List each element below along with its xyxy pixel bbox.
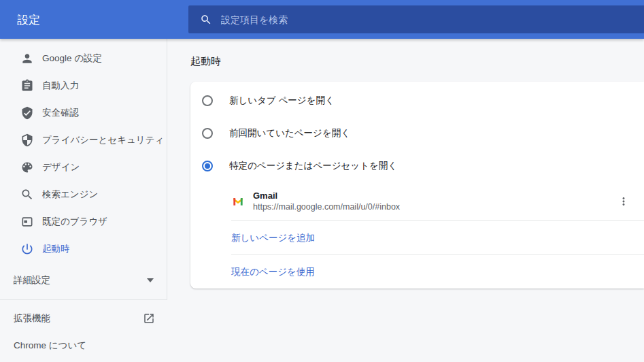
link-label: 現在のページを使用 (231, 266, 315, 278)
sidebar-footer: 拡張機能 Chrome について (0, 300, 167, 359)
power-icon (20, 242, 34, 256)
sidebar-item-on-startup[interactable]: 起動時 (0, 235, 167, 263)
sidebar-item-label: 拡張機能 (14, 312, 50, 325)
chrome-settings-page: 設定 Google の設定 自動入力 (0, 0, 644, 362)
kebab-icon (617, 195, 630, 208)
sidebar-item-google-settings[interactable]: Google の設定 (0, 45, 167, 72)
startup-page-info: Gmail https://mail.google.com/mail/u/0/#… (253, 190, 400, 213)
sidebar-item-advanced[interactable]: 詳細設定 (0, 267, 167, 294)
sidebar-item-label: 既定のブラウザ (42, 216, 107, 228)
option-continue-where-left-off[interactable]: 前回開いていたページを開く (190, 117, 644, 150)
sidebar-item-label: 検索エンジン (42, 188, 98, 201)
sidebar-item-extensions[interactable]: 拡張機能 (0, 305, 167, 332)
sidebar-item-autofill[interactable]: 自動入力 (0, 72, 167, 99)
search-icon (20, 188, 34, 201)
gmail-favicon (231, 195, 245, 208)
add-new-page-button[interactable]: 新しいページを追加 (190, 221, 644, 254)
chevron-down-icon (147, 278, 154, 282)
option-label: 前回開いていたページを開く (229, 127, 350, 139)
sidebar-item-privacy[interactable]: プライバシーとセキュリティ (0, 127, 167, 154)
sidebar-item-label: プライバシーとセキュリティ (42, 134, 164, 146)
option-label: 新しいタブ ページを開く (229, 95, 335, 107)
sidebar-nav: Google の設定 自動入力 安全確認 プライバシーとセキュリティ (0, 39, 167, 300)
settings-search-box (188, 5, 644, 33)
sidebar-item-search-engine[interactable]: 検索エンジン (0, 181, 167, 208)
sidebar-item-default-browser[interactable]: 既定のブラウザ (0, 208, 167, 235)
search-input[interactable] (221, 14, 532, 25)
link-label: 新しいページを追加 (231, 232, 315, 244)
header: 設定 (0, 0, 644, 39)
startup-page-url: https://mail.google.com/mail/u/0/#inbox (253, 201, 400, 213)
option-open-new-tab-page[interactable]: 新しいタブ ページを開く (190, 84, 644, 117)
startup-page-row: Gmail https://mail.google.com/mail/u/0/#… (190, 182, 644, 220)
option-label: 特定のページまたはページセットを開く (229, 160, 397, 172)
sidebar-item-about-chrome[interactable]: Chrome について (0, 332, 167, 359)
open-in-new-icon (143, 312, 155, 325)
search-icon (200, 14, 212, 26)
sidebar-item-label: 起動時 (42, 243, 70, 255)
startup-page-title: Gmail (253, 190, 400, 201)
sidebar-item-label: 自動入力 (42, 80, 79, 92)
section-title: 起動時 (190, 55, 644, 68)
browser-window-icon (20, 215, 34, 229)
sidebar-item-label: 安全確認 (42, 107, 79, 119)
main-content: 起動時 新しいタブ ページを開く 前回開いていたページを開く 特定のページまたは… (190, 39, 644, 362)
clipboard-icon (20, 79, 34, 93)
shield-check-icon (20, 106, 34, 120)
more-actions-button[interactable] (611, 189, 636, 214)
radio-button[interactable] (202, 95, 213, 106)
sidebar-item-safety-check[interactable]: 安全確認 (0, 99, 167, 127)
sidebar: Google の設定 自動入力 安全確認 プライバシーとセキュリティ (0, 39, 167, 362)
option-open-specific-pages[interactable]: 特定のページまたはページセットを開く (190, 150, 644, 182)
page-title: 設定 (17, 12, 41, 27)
on-startup-card: 新しいタブ ページを開く 前回開いていたページを開く 特定のページまたはページセ… (190, 82, 644, 289)
person-icon (20, 52, 34, 65)
radio-button[interactable] (202, 128, 213, 139)
sidebar-item-label: デザイン (42, 161, 80, 174)
sidebar-item-appearance[interactable]: デザイン (0, 154, 167, 181)
sidebar-item-label: Google の設定 (42, 52, 102, 65)
radio-button-selected[interactable] (202, 161, 213, 171)
use-current-pages-button[interactable]: 現在のページを使用 (190, 255, 644, 289)
palette-icon (20, 161, 34, 174)
sidebar-item-label: Chrome について (14, 340, 86, 352)
shield-half-icon (20, 133, 34, 147)
sidebar-item-label: 詳細設定 (14, 274, 50, 286)
